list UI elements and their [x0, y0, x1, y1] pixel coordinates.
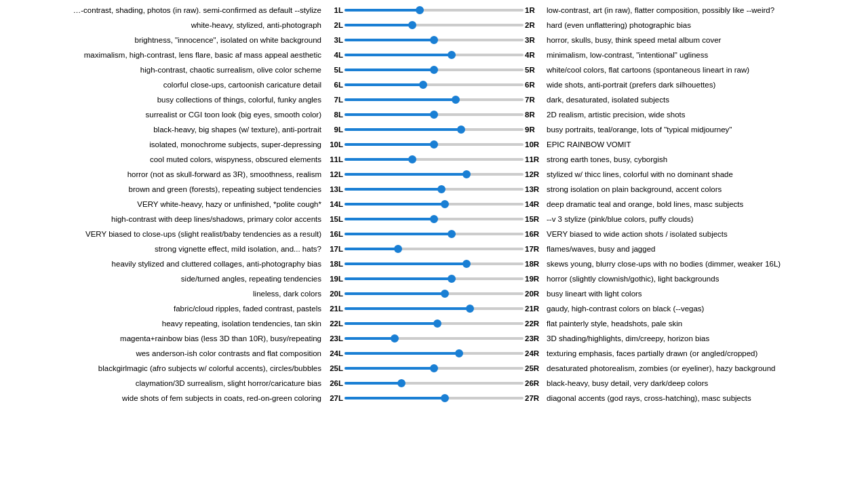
slider-track-27[interactable]	[344, 397, 524, 400]
slider-row: brown and green (forests), repeating sub…	[0, 182, 868, 197]
slider-track-1[interactable]	[344, 9, 524, 12]
left-label-4: maximalism, high-contrast, lens flare, b…	[0, 51, 326, 59]
left-label-20: lineless, dark colors	[0, 290, 326, 298]
left-label-10: isolated, monochrome subjects, super-dep…	[0, 140, 326, 149]
left-label-19: side/turned angles, repeating tendencies	[0, 275, 326, 283]
slider-track-10[interactable]	[344, 143, 524, 146]
right-label-3: horror, skulls, busy, think speed metal …	[542, 36, 848, 44]
slider-track-12[interactable]	[344, 173, 524, 176]
left-label-15: high-contrast with deep lines/shadows, p…	[0, 215, 326, 223]
slider-track-11[interactable]	[344, 158, 524, 161]
row-num-right-18: 18R	[524, 260, 542, 268]
row-num-left-8: 8L	[326, 111, 344, 119]
row-num-left-22: 22L	[326, 319, 344, 328]
right-label-21: gaudy, high-contrast colors on black (--…	[542, 305, 848, 313]
row-num-right-13: 13R	[524, 185, 542, 193]
left-label-9: black-heavy, big shapes (w/ texture), an…	[0, 125, 326, 134]
slider-track-23[interactable]	[344, 337, 524, 340]
slider-track-25[interactable]	[344, 367, 524, 370]
row-num-right-16: 16R	[524, 230, 542, 238]
slider-track-2[interactable]	[344, 24, 524, 26]
slider-row: VERY biased to close-ups (slight realist…	[0, 227, 868, 241]
right-label-26: black-heavy, busy detail, very dark/deep…	[542, 379, 848, 387]
slider-track-15[interactable]	[344, 218, 524, 220]
right-label-1: low-contrast, art (in raw), flatter comp…	[542, 6, 848, 14]
row-num-left-21: 21L	[326, 305, 344, 313]
row-num-right-9: 9R	[524, 125, 542, 134]
slider-row: heavy repeating, isolation tendencies, t…	[0, 316, 868, 331]
row-num-left-6: 6L	[326, 81, 344, 89]
slider-row: claymation/3D surrealism, slight horror/…	[0, 376, 868, 391]
slider-section-21: 21L 21R	[326, 305, 542, 313]
left-label-21: fabric/cloud ripples, faded contrast, pa…	[0, 305, 326, 313]
slider-track-7[interactable]	[344, 98, 524, 101]
left-label-24: wes anderson-ish color contrasts and fla…	[0, 349, 326, 357]
row-num-left-11: 11L	[326, 155, 344, 163]
row-num-left-16: 16L	[326, 230, 344, 238]
left-label-1: …-contrast, shading, photos (in raw). se…	[0, 6, 326, 14]
slider-track-9[interactable]	[344, 128, 524, 131]
right-label-10: EPIC RAINBOW VOMIT	[542, 140, 848, 149]
slider-section-6: 6L 6R	[326, 81, 542, 89]
row-num-left-4: 4L	[326, 51, 344, 59]
slider-track-17[interactable]	[344, 248, 524, 250]
slider-section-7: 7L 7R	[326, 96, 542, 104]
slider-row: colorful close-ups, cartoonish caricatur…	[0, 77, 868, 92]
slider-section-23: 23L 23R	[326, 334, 542, 343]
row-num-left-20: 20L	[326, 290, 344, 298]
row-num-right-15: 15R	[524, 215, 542, 223]
left-label-23: magenta+rainbow bias (less 3D than 10R),…	[0, 334, 326, 343]
row-num-right-25: 25R	[524, 364, 542, 372]
row-num-right-5: 5R	[524, 66, 542, 74]
slider-track-26[interactable]	[344, 382, 524, 385]
slider-section-9: 9L 9R	[326, 125, 542, 134]
slider-track-3[interactable]	[344, 39, 524, 41]
main-container: …-contrast, shading, photos (in raw). se…	[0, 0, 868, 408]
left-label-5: high-contrast, chaotic surrealism, olive…	[0, 66, 326, 74]
slider-track-6[interactable]	[344, 83, 524, 86]
slider-row: high-contrast with deep lines/shadows, p…	[0, 212, 868, 227]
slider-track-19[interactable]	[344, 277, 524, 280]
slider-track-14[interactable]	[344, 203, 524, 206]
slider-section-26: 26L 26R	[326, 379, 542, 387]
row-num-right-24: 24R	[524, 349, 542, 357]
slider-track-16[interactable]	[344, 233, 524, 235]
slider-row: surrealist or CGI toon look (big eyes, s…	[0, 107, 868, 122]
left-label-26: claymation/3D surrealism, slight horror/…	[0, 379, 326, 387]
slider-track-5[interactable]	[344, 69, 524, 71]
slider-row: white-heavy, stylized, anti-photograph 2…	[0, 18, 868, 33]
slider-section-1: 1L 1R	[326, 6, 542, 14]
slider-track-18[interactable]	[344, 262, 524, 265]
left-label-2: white-heavy, stylized, anti-photograph	[0, 21, 326, 29]
slider-section-27: 27L 27R	[326, 394, 542, 402]
left-label-7: busy collections of things, colorful, fu…	[0, 96, 326, 104]
right-label-2: hard (even unflattering) photographic bi…	[542, 21, 848, 29]
slider-track-24[interactable]	[344, 352, 524, 355]
row-num-left-3: 3L	[326, 36, 344, 44]
row-num-right-3: 3R	[524, 36, 542, 44]
row-num-right-1: 1R	[524, 6, 542, 14]
slider-track-20[interactable]	[344, 292, 524, 295]
right-label-9: busy portraits, teal/orange, lots of "ty…	[542, 125, 848, 134]
slider-row: maximalism, high-contrast, lens flare, b…	[0, 47, 868, 62]
right-label-4: minimalism, low-contrast, "intentional" …	[542, 51, 848, 59]
slider-row: cool muted colors, wispyness, obscured e…	[0, 152, 868, 167]
right-label-27: diagonal accents (god rays, cross-hatchi…	[542, 394, 848, 402]
row-num-left-12: 12L	[326, 170, 344, 178]
slider-track-13[interactable]	[344, 188, 524, 191]
slider-section-25: 25L 25R	[326, 364, 542, 372]
right-label-7: dark, desaturated, isolated subjects	[542, 96, 848, 104]
slider-track-4[interactable]	[344, 54, 524, 56]
row-num-right-10: 10R	[524, 140, 542, 149]
slider-track-21[interactable]	[344, 307, 524, 310]
row-num-right-2: 2R	[524, 21, 542, 29]
slider-track-8[interactable]	[344, 113, 524, 116]
left-label-14: VERY white-heavy, hazy or unfinished, *p…	[0, 200, 326, 208]
row-num-left-9: 9L	[326, 125, 344, 134]
left-label-3: brightness, "innocence", isolated on whi…	[0, 36, 326, 44]
slider-track-22[interactable]	[344, 322, 524, 325]
slider-section-20: 20L 20R	[326, 290, 542, 298]
slider-row: VERY white-heavy, hazy or unfinished, *p…	[0, 197, 868, 212]
slider-section-2: 2L 2R	[326, 21, 542, 29]
right-label-23: 3D shading/highlights, dim/creepy, horiz…	[542, 334, 848, 343]
